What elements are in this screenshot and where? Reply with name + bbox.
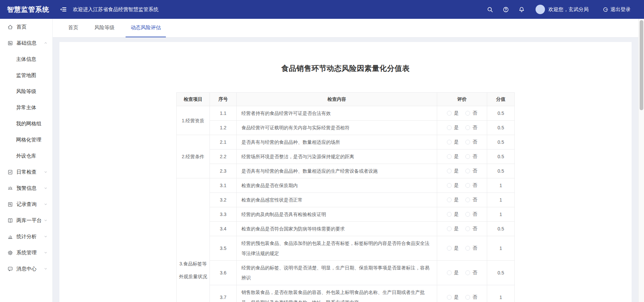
caret-down-icon <box>44 202 48 206</box>
sidebar-item-label: 消息中心 <box>16 266 37 272</box>
radio-no[interactable]: 否 <box>465 168 477 174</box>
sidebar-subitem[interactable]: 网格化管理 <box>0 132 52 148</box>
score-cell: 0.5 <box>487 261 515 285</box>
radio-yes[interactable]: 是 <box>447 125 459 131</box>
sidebar-item-home[interactable]: 首页 <box>0 19 52 35</box>
row-number-cell: 3.5 <box>210 236 237 261</box>
evaluation-cell: 是 否 <box>437 149 487 164</box>
logout-button[interactable]: 退出登录 <box>603 6 631 13</box>
row-number-cell: 2.3 <box>210 164 237 178</box>
radio-circle <box>465 111 470 116</box>
radio-no-label: 否 <box>472 168 477 174</box>
radio-no[interactable]: 否 <box>465 245 477 251</box>
caret-down-icon <box>44 234 48 239</box>
radio-yes[interactable]: 是 <box>447 245 459 251</box>
sidebar-item-label: 两库一平台 <box>16 217 42 224</box>
power-icon <box>603 7 608 12</box>
radio-no[interactable]: 否 <box>465 139 477 145</box>
sidebar-subitem-label: 监管地图 <box>16 72 36 79</box>
sidebar-subitem-label: 异常主体 <box>16 104 36 111</box>
sidebar-subitem[interactable]: 主体信息 <box>0 51 52 67</box>
radio-circle <box>465 246 470 251</box>
evaluation-cell: 是 否 <box>437 285 487 302</box>
radio-yes[interactable]: 是 <box>447 139 459 145</box>
radio-yes[interactable]: 是 <box>447 154 459 160</box>
radio-group: 是 否 <box>447 245 477 251</box>
tab-3[interactable]: 动态风险评估 <box>126 19 166 37</box>
bell-icon[interactable] <box>518 6 525 13</box>
radio-yes-label: 是 <box>454 182 459 188</box>
score-cell: 1 <box>487 207 515 222</box>
radio-no[interactable]: 否 <box>465 182 477 188</box>
radio-yes[interactable]: 是 <box>447 226 459 232</box>
caret-down-icon <box>44 267 48 271</box>
radio-circle <box>465 198 470 202</box>
radio-yes[interactable]: 是 <box>447 110 459 116</box>
tab-2[interactable]: 风险等级 <box>89 19 120 37</box>
radio-no[interactable]: 否 <box>465 197 477 203</box>
row-number-cell: 3.2 <box>210 193 237 207</box>
evaluation-cell: 是 否 <box>437 222 487 236</box>
avatar[interactable] <box>536 5 545 14</box>
radio-no-label: 否 <box>472 139 477 145</box>
sidebar-subitem[interactable]: 监管地图 <box>0 67 52 83</box>
home-icon <box>7 24 13 30</box>
gear-icon <box>7 250 13 256</box>
radio-circle <box>465 169 470 173</box>
radio-no[interactable]: 否 <box>465 211 477 217</box>
radio-no[interactable]: 否 <box>465 294 477 300</box>
score-cell: 1 <box>487 236 515 261</box>
sidebar-item-gear[interactable]: 系统管理 <box>0 245 52 261</box>
score-cell: 0.5 <box>487 106 515 121</box>
radio-no[interactable]: 否 <box>465 125 477 131</box>
radio-yes-label: 是 <box>454 168 459 174</box>
sidebar-subitem[interactable]: 我的网格组 <box>0 116 52 132</box>
sidebar-item-info-card[interactable]: 基础信息 <box>0 35 52 51</box>
check-content-cell: 检查的食品是否在保质期内 <box>237 178 437 193</box>
user-greeting: 欢迎您，玄武分局 <box>548 6 589 13</box>
radio-no[interactable]: 否 <box>465 226 477 232</box>
sidebar-item-book[interactable]: 两库一平台 <box>0 212 52 228</box>
alarm-icon <box>7 185 13 191</box>
table-row: 3.6经营的食品的标签、说明书是否清楚、明显，生产日期、保质期等事项是否显著标注… <box>177 261 515 285</box>
evaluation-cell: 是 否 <box>437 135 487 149</box>
tab-1[interactable]: 首页 <box>63 19 83 37</box>
radio-yes[interactable]: 是 <box>447 211 459 217</box>
sidebar-subitem[interactable]: 风险等级 <box>0 83 52 99</box>
check-content-cell: 食品经营许可证载明的有关内容与实际经营是否相符 <box>237 121 437 135</box>
sidebar-subitem[interactable]: 异常主体 <box>0 99 52 116</box>
radio-yes[interactable]: 是 <box>447 270 459 276</box>
fold-icon[interactable] <box>59 6 67 13</box>
radio-yes[interactable]: 是 <box>447 168 459 174</box>
radio-no-label: 否 <box>472 110 477 116</box>
evaluation-cell: 是 否 <box>437 106 487 121</box>
help-icon[interactable] <box>503 6 509 13</box>
sidebar-item-record-search[interactable]: 记录查询 <box>0 196 52 212</box>
radio-yes-label: 是 <box>454 245 459 251</box>
row-number-cell: 1.2 <box>210 121 237 135</box>
sidebar-subitem[interactable]: 外设仓库 <box>0 148 52 164</box>
radio-yes[interactable]: 是 <box>447 197 459 203</box>
radio-no[interactable]: 否 <box>465 270 477 276</box>
sidebar-item-chart[interactable]: 统计分析 <box>0 228 52 245</box>
radio-yes[interactable]: 是 <box>447 182 459 188</box>
search-icon[interactable] <box>487 6 493 13</box>
radio-no[interactable]: 否 <box>465 154 477 160</box>
radio-yes[interactable]: 是 <box>447 294 459 300</box>
sidebar-subitem-label: 主体信息 <box>16 56 36 62</box>
vertical-scrollbar[interactable] <box>638 19 644 302</box>
sidebar-item-alarm[interactable]: 预警信息 <box>0 180 52 196</box>
row-number-cell: 3.1 <box>210 178 237 193</box>
check-content-cell: 检查的食品是否符合国家为防病等特殊需要的要求 <box>237 222 437 236</box>
sidebar-item-label: 日常检查 <box>16 169 37 175</box>
row-number-cell: 2.2 <box>210 149 237 164</box>
radio-no-label: 否 <box>472 226 477 232</box>
logout-label: 退出登录 <box>610 6 631 13</box>
sidebar-item-check-doc[interactable]: 日常检查 <box>0 164 52 180</box>
radio-no[interactable]: 否 <box>465 110 477 116</box>
scrollbar-thumb[interactable] <box>640 20 643 110</box>
radio-group: 是 否 <box>447 226 477 232</box>
sidebar-item-label: 统计分析 <box>16 233 37 240</box>
column-header: 序号 <box>210 93 237 106</box>
sidebar-item-message[interactable]: 消息中心 <box>0 261 52 277</box>
